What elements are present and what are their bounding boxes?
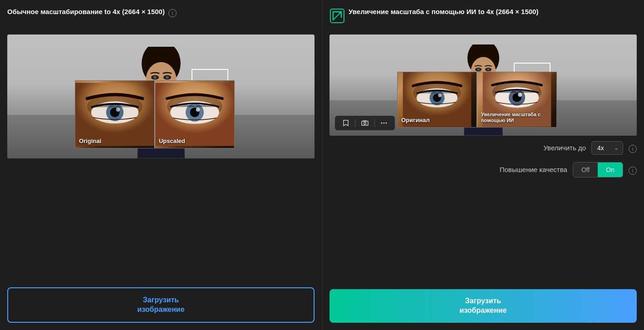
svg-point-12 xyxy=(116,108,120,112)
svg-point-39 xyxy=(518,93,522,97)
scale-select[interactable]: 2x 4x 8x xyxy=(591,141,623,155)
svg-point-43 xyxy=(386,122,387,123)
ai-icon-svg xyxy=(329,8,345,24)
right-download-button[interactable]: Загрузить изображение xyxy=(329,289,637,323)
ai-upscale-icon xyxy=(329,8,345,24)
toolbar-divider-2 xyxy=(374,119,375,127)
zoom-label-right-original: Оригинал xyxy=(401,117,430,123)
quality-control-row: Повышение качества Off On i xyxy=(329,162,637,177)
zoom-pane-original: Original xyxy=(75,81,154,148)
svg-point-27 xyxy=(487,69,490,71)
bookmark-button[interactable] xyxy=(339,118,352,128)
right-panel-title: Увеличение масштаба с помощью ИИ to 4x (… xyxy=(349,7,538,16)
zoom-label-upscaled: Upscaled xyxy=(159,138,185,144)
left-download-area: Загрузить изображение xyxy=(7,282,315,323)
more-icon xyxy=(380,119,388,127)
right-panel: Увеличение масштаба с помощью ИИ to 4x (… xyxy=(322,0,644,330)
toggle-on-button[interactable]: On xyxy=(598,163,623,177)
scale-info-icon[interactable]: i xyxy=(629,145,637,153)
zoom-label-right-ai: Увеличение масштаба с помощью ИИ xyxy=(481,112,556,123)
zoom-pane-right-ai: Увеличение масштаба с помощью ИИ xyxy=(477,72,556,127)
svg-point-40 xyxy=(364,122,366,124)
toggle-off-button[interactable]: Off xyxy=(573,163,598,177)
zoom-panel-right: Оригинал xyxy=(397,72,557,127)
left-panel: Обычное масштабирование to 4x (2664 × 15… xyxy=(0,0,322,330)
svg-point-41 xyxy=(381,122,383,123)
left-panel-title: Обычное масштабирование to 4x (2664 × 15… xyxy=(7,7,165,16)
right-image-container: Оригинал xyxy=(329,34,637,136)
more-options-button[interactable] xyxy=(378,118,390,128)
zoom-label-original: Original xyxy=(79,138,101,144)
quality-toggle-group: Off On xyxy=(573,162,623,177)
svg-point-33 xyxy=(438,94,442,98)
toolbar-divider-1 xyxy=(355,119,355,127)
zoom-panel-left: Original xyxy=(75,80,235,148)
right-download-area: Загрузить изображение xyxy=(329,284,637,323)
scale-label: Увеличить до xyxy=(543,144,586,152)
left-bg-image: Original xyxy=(7,34,315,158)
zoom-pane-right-original: Оригинал xyxy=(398,72,477,127)
svg-point-6 xyxy=(165,76,168,79)
right-panel-header: Увеличение масштаба с помощью ИИ to 4x (… xyxy=(329,7,637,29)
screenshot-button[interactable] xyxy=(358,118,372,128)
bookmark-icon xyxy=(342,119,349,127)
right-toolbar xyxy=(335,116,395,130)
controls-area: Увеличить до 2x 4x 8x ⌄ i Повышение каче… xyxy=(329,136,637,183)
svg-point-5 xyxy=(153,76,156,79)
left-image-container: Original xyxy=(7,34,315,158)
svg-point-18 xyxy=(196,108,200,112)
quality-info-icon[interactable]: i xyxy=(629,167,637,175)
camera-icon xyxy=(361,119,369,127)
scale-select-wrapper: 2x 4x 8x ⌄ xyxy=(591,141,623,155)
svg-point-26 xyxy=(477,69,479,71)
right-bg-image: Оригинал xyxy=(329,34,637,136)
scale-control-row: Увеличить до 2x 4x 8x ⌄ i xyxy=(329,141,637,155)
svg-point-42 xyxy=(383,122,385,123)
zoom-pane-upscaled: Upscaled xyxy=(155,81,234,148)
left-download-button[interactable]: Загрузить изображение xyxy=(7,287,315,323)
quality-label: Повышение качества xyxy=(500,166,567,173)
left-info-icon[interactable]: i xyxy=(168,9,177,17)
left-panel-header: Обычное масштабирование to 4x (2664 × 15… xyxy=(7,7,315,29)
